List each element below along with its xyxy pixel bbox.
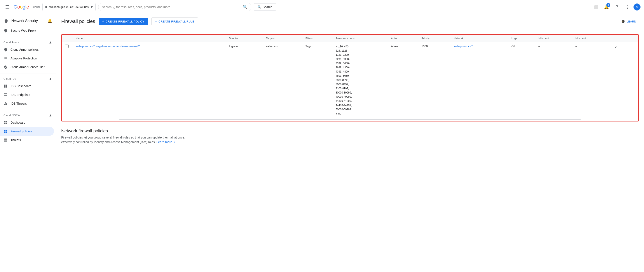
external-link-icon: ↗ <box>174 141 176 144</box>
row-priority-cell: 1000 <box>418 42 450 118</box>
sidebar-divider-2 <box>0 73 56 73</box>
row-network-cell: xall-vpc--vpc-01 <box>450 42 508 118</box>
sidebar-item-threats[interactable]: Threats <box>0 136 54 144</box>
sidebar-bell-icon[interactable]: 🔔 <box>48 18 52 23</box>
row-name-link[interactable]: xall-vpc--vpc-01--xgl-fw--cerps-bau-dev-… <box>76 44 140 48</box>
firewall-section-title: Network firewall policies <box>61 128 639 133</box>
col-hit-count-2: Hit count <box>572 35 609 42</box>
project-selector[interactable]: qwiklabs-gcp-02-cd12639338e0 ▾ <box>42 3 96 11</box>
learn-more-text: Learn more <box>156 140 172 144</box>
firewall-policies-section: Network firewall policies Firewall polic… <box>61 128 639 144</box>
section-label: Cloud IDS <box>4 77 16 80</box>
row-priority: 1000 <box>422 44 428 48</box>
sidebar-item-cloud-armor-service-tier[interactable]: Cloud Armor Service Tier <box>0 63 54 71</box>
create-rule-label: CREATE FIREWALL RULE <box>158 20 194 23</box>
row-direction: Ingress <box>229 44 238 48</box>
sidebar-item-dashboard[interactable]: Dashboard <box>0 118 54 127</box>
chart-icon <box>4 56 8 60</box>
sidebar-item-label: IDS Threats <box>10 102 27 105</box>
sidebar-section-cloud-armor[interactable]: Cloud Armor ▲ <box>0 39 56 45</box>
search-bar: 🔍 <box>98 2 251 11</box>
sidebar-item-label: Dashboard <box>10 121 26 124</box>
firewall-table-container: Name Direction Targets Filters Protocols… <box>61 34 639 121</box>
notification-count: 1 <box>606 3 610 7</box>
col-network: Network <box>450 35 508 42</box>
row-direction-cell: Ingress <box>226 42 262 118</box>
sidebar-item-label: Secure Web Proxy <box>10 29 36 32</box>
page-title: Firewall policies <box>61 18 95 24</box>
create-firewall-policy-button[interactable]: + CREATE FIREWALL POLICY <box>98 18 148 25</box>
sidebar-section-cloud-ids[interactable]: Cloud IDS ▲ <box>0 75 56 82</box>
col-expand <box>609 35 638 42</box>
more-options-button[interactable]: ⋮ <box>623 2 632 11</box>
row-logs: Off <box>512 44 515 48</box>
sidebar-item-label: IDS Dashboard <box>10 84 32 88</box>
row-expand-cell[interactable]: ✓ <box>609 42 638 118</box>
sidebar-item-firewall-policies[interactable]: Firewall policies <box>0 127 54 136</box>
google-cloud-logo[interactable]: Google Cloud <box>14 4 40 10</box>
row-name-cell: xall-vpc--vpc-01--xgl-fw--cerps-bau-dev-… <box>72 42 226 118</box>
grid-blue-icon <box>4 129 8 133</box>
row-logs-cell: Off <box>508 42 535 118</box>
firewall-section-desc: Firewall policies let you group several … <box>61 135 192 144</box>
sidebar-section-cloud-ngfw[interactable]: Cloud NGFW ▲ <box>0 112 56 118</box>
sidebar-item-adaptive-protection[interactable]: Adaptive Protection <box>0 54 54 63</box>
search-button[interactable]: 🔍 Search <box>254 3 276 11</box>
network-security-icon <box>4 18 9 23</box>
row-action-cell: Allow <box>388 42 418 118</box>
row-targets-cell: xall-vpc-- <box>262 42 302 118</box>
project-name: qwiklabs-gcp-02-cd12639338e0 <box>49 5 89 8</box>
sidebar-item-ids-endpoints[interactable]: IDS Endpoints <box>0 90 54 99</box>
shield-icon <box>4 28 8 33</box>
shield-icon <box>4 47 8 52</box>
menu-icon[interactable]: ☰ <box>4 2 11 11</box>
row-hit-count-2: – <box>575 44 577 48</box>
col-logs: Logs <box>508 35 535 42</box>
sidebar-divider-3 <box>0 110 56 110</box>
sidebar-item-secure-web-proxy[interactable]: Secure Web Proxy <box>0 26 54 35</box>
sidebar-item-label: IDS Endpoints <box>10 93 30 97</box>
sidebar-item-label: Firewall policies <box>10 130 32 133</box>
topbar-actions: ⬜ 🔔 1 ? ⋮ S <box>592 2 640 11</box>
table-header: Name Direction Targets Filters Protocols… <box>62 35 638 42</box>
chevron-up-icon: ▲ <box>49 113 52 117</box>
sidebar-item-ids-threats[interactable]: IDS Threats <box>0 99 54 108</box>
terminal-icon-button[interactable]: ⬜ <box>592 2 600 11</box>
learn-button[interactable]: 🎓 LEARN <box>618 18 639 25</box>
sidebar-item-ids-dashboard[interactable]: IDS Dashboard <box>0 82 54 90</box>
help-icon-button[interactable]: ? <box>612 2 621 11</box>
row-checkbox-cell[interactable] <box>62 42 72 118</box>
col-name: Name <box>72 35 226 42</box>
main-content: Firewall policies + CREATE FIREWALL POLI… <box>56 14 644 272</box>
cloud-label: Cloud <box>32 5 40 9</box>
grid-icon <box>4 120 8 125</box>
row-filters: Tags: <box>306 44 312 48</box>
content-area: Name Direction Targets Filters Protocols… <box>56 29 644 272</box>
page-header: Firewall policies + CREATE FIREWALL POLI… <box>56 14 644 29</box>
header-row: Name Direction Targets Filters Protocols… <box>62 35 638 42</box>
sidebar-item-label: Adaptive Protection <box>10 57 37 60</box>
row-network-link[interactable]: xall-vpc--vpc-01 <box>454 44 474 48</box>
section-label: Cloud NGFW <box>4 114 20 117</box>
table-icon <box>4 138 8 142</box>
sidebar-item-label: Cloud Armor policies <box>10 48 38 51</box>
row-checkbox[interactable] <box>65 44 69 48</box>
firewall-table: Name Direction Targets Filters Protocols… <box>62 35 638 118</box>
learn-label: LEARN <box>627 20 636 23</box>
help-icon: ? <box>616 4 618 9</box>
row-hit-count-1-cell: – <box>535 42 572 118</box>
main-layout: Network Security 🔔 Secure Web Proxy Clou… <box>0 14 644 272</box>
chevron-down-icon: ▾ <box>91 4 93 9</box>
learn-more-link[interactable]: Learn more ↗ <box>156 140 176 144</box>
scroll-bar[interactable] <box>120 119 581 120</box>
search-input[interactable] <box>102 5 241 9</box>
sidebar-divider-1 <box>0 37 56 37</box>
search-icon: 🔍 <box>243 4 248 9</box>
notification-button[interactable]: 🔔 1 <box>602 2 611 11</box>
avatar[interactable]: S <box>634 3 640 10</box>
create-firewall-rule-button[interactable]: + CREATE FIREWALL RULE <box>151 17 198 25</box>
sidebar-item-cloud-armor-policies[interactable]: Cloud Armor policies <box>0 45 54 54</box>
plus-icon: + <box>155 19 157 23</box>
section-label: Cloud Armor <box>4 41 19 44</box>
expand-icon[interactable]: ✓ <box>612 44 619 50</box>
